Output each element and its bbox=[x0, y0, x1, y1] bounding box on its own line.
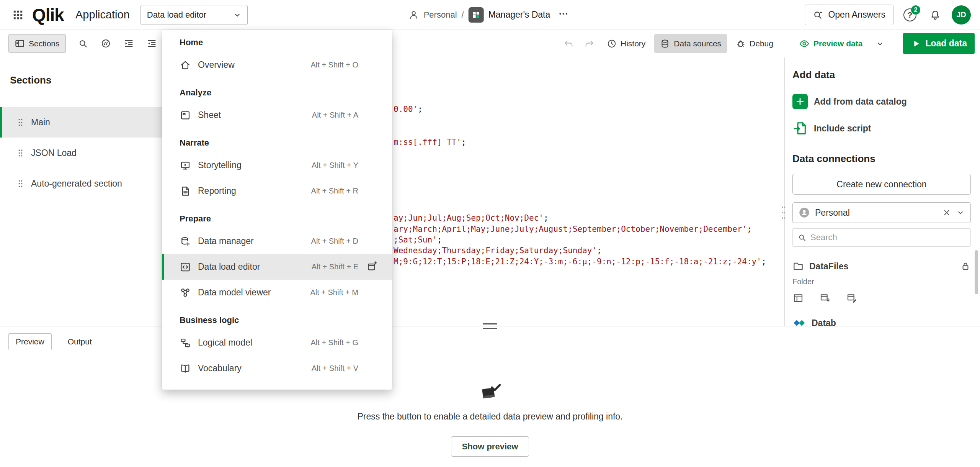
sections-panel-title: Sections bbox=[10, 74, 164, 86]
clear-icon[interactable] bbox=[942, 208, 951, 217]
code-string: Wednesday;Thursday;Friday;Saturday;Sunda… bbox=[394, 246, 597, 255]
sections-panel-toggle[interactable]: Sections bbox=[8, 34, 66, 53]
menu-item-data-model-viewer[interactable]: Data model viewer Alt + Shift + M bbox=[162, 280, 392, 305]
include-script-button[interactable]: Include script bbox=[792, 121, 971, 136]
open-answers-label: Open Answers bbox=[828, 10, 885, 20]
code-line[interactable]: 0.00'; bbox=[394, 104, 423, 115]
code-punctuation: ; bbox=[461, 138, 466, 147]
connections-scrollbar[interactable] bbox=[975, 250, 978, 294]
breadcrumb-separator: / bbox=[462, 10, 464, 20]
menu-item-data-load-editor[interactable]: Data load editor Alt + Shift + E bbox=[162, 254, 392, 280]
menu-item-label: Data model viewer bbox=[198, 287, 271, 298]
space-filter-dropdown[interactable]: Personal bbox=[792, 202, 971, 223]
select-data-button[interactable] bbox=[792, 292, 804, 305]
open-answers-button[interactable]: Open Answers bbox=[805, 5, 893, 25]
app-launcher-button[interactable] bbox=[9, 6, 27, 24]
code-punctuation: ; bbox=[418, 105, 423, 114]
notifications-button[interactable] bbox=[926, 6, 944, 24]
search-button[interactable] bbox=[74, 35, 92, 52]
menu-group-header: Analyze bbox=[162, 78, 392, 102]
book-check-icon bbox=[478, 382, 502, 403]
menu-item-sheet[interactable]: Sheet Alt + Shift + A bbox=[162, 102, 392, 128]
code-string: 0.00' bbox=[394, 105, 418, 114]
open-in-new-window-button[interactable] bbox=[367, 261, 377, 273]
section-item-label: JSON Load bbox=[31, 148, 77, 158]
menu-item-reporting[interactable]: Reporting Alt + Shift + R bbox=[162, 178, 392, 204]
tab-output[interactable]: Output bbox=[61, 333, 99, 350]
code-punctuation: ; bbox=[437, 235, 442, 244]
add-from-catalog-button[interactable]: Add from data catalog bbox=[792, 94, 971, 109]
load-data-label: Load data bbox=[925, 38, 967, 49]
menu-item-label: Data load editor bbox=[198, 262, 260, 272]
code-line[interactable]: ay;Jun;Jul;Aug;Sep;Oct;Nov;Dec'; bbox=[394, 213, 549, 224]
menu-item-data-manager[interactable]: Data manager Alt + Shift + D bbox=[162, 228, 392, 254]
data-manager-icon bbox=[180, 236, 191, 247]
connection-type-label: Folder bbox=[792, 277, 971, 286]
comment-button[interactable] bbox=[97, 35, 115, 52]
search-input[interactable] bbox=[810, 233, 966, 243]
toolbar-divider bbox=[786, 37, 786, 51]
connection-name: DataFiles bbox=[809, 261, 848, 272]
menu-item-storytelling[interactable]: Storytelling Alt + Shift + Y bbox=[162, 152, 392, 178]
tab-preview[interactable]: Preview bbox=[8, 333, 52, 350]
preview-data-button[interactable]: Preview data bbox=[793, 34, 868, 53]
menu-item-shortcut: Alt + Shift + D bbox=[311, 237, 358, 246]
edit-connection-button[interactable] bbox=[846, 292, 858, 305]
section-item-auto-generated[interactable]: Auto-generated section bbox=[0, 168, 164, 199]
history-button[interactable]: History bbox=[601, 34, 651, 53]
debug-button[interactable]: Debug bbox=[730, 34, 779, 53]
load-data-button[interactable]: Load data bbox=[903, 33, 975, 54]
section-item-json-load[interactable]: JSON Load bbox=[0, 138, 164, 168]
user-avatar[interactable]: JD bbox=[952, 5, 971, 25]
qlik-logo[interactable]: Qlik bbox=[32, 5, 64, 25]
menu-item-logical-model[interactable]: Logical model Alt + Shift + G bbox=[162, 330, 392, 356]
code-punctuation: ; bbox=[597, 246, 602, 255]
database-connector-logo bbox=[792, 319, 806, 326]
code-line[interactable]: Wednesday;Thursday;Friday;Saturday;Sunda… bbox=[394, 245, 602, 256]
right-panel-resize-grip[interactable] bbox=[781, 205, 786, 222]
table-icon bbox=[792, 292, 804, 304]
menu-item-vocabulary[interactable]: Vocabulary Alt + Shift + V bbox=[162, 356, 392, 381]
menu-item-label: Storytelling bbox=[198, 160, 242, 170]
menu-group-analyze: Analyze Sheet Alt + Shift + A bbox=[162, 78, 392, 128]
space-filter-value: Personal bbox=[815, 208, 850, 218]
home-icon bbox=[180, 59, 191, 71]
data-load-editor-icon bbox=[180, 261, 191, 273]
chevron-down-icon bbox=[233, 10, 242, 20]
add-from-catalog-label: Add from data catalog bbox=[814, 97, 907, 107]
indent-icon bbox=[124, 38, 134, 49]
code-line[interactable]: ;Sat;Sun'; bbox=[394, 234, 442, 246]
menu-item-overview[interactable]: Overview Alt + Shift + O bbox=[162, 52, 392, 78]
table-edit-icon bbox=[846, 292, 858, 304]
connection-search bbox=[792, 228, 971, 247]
indent-button[interactable] bbox=[120, 35, 138, 52]
app-name[interactable]: Manager's Data bbox=[488, 10, 550, 20]
menu-group-narrate: Narrate Storytelling Alt + Shift + Y Rep… bbox=[162, 128, 392, 204]
preview-data-menu-button[interactable] bbox=[871, 35, 889, 52]
code-line[interactable]: ary;March;April;May;June;July;August;Sep… bbox=[394, 224, 752, 235]
drag-handle-icon bbox=[18, 118, 23, 127]
preview-empty-message: Press the button to enable a detailed da… bbox=[357, 411, 622, 422]
code-line[interactable]: M;9:G;12:T;15:P;18:E;21:Z;24:Y;-3:m;-6:µ… bbox=[394, 256, 766, 267]
app-options-button[interactable] bbox=[555, 8, 572, 21]
connection-datafiles[interactable]: DataFiles bbox=[792, 257, 971, 276]
space-name[interactable]: Personal bbox=[424, 10, 457, 20]
code-line[interactable]: m:ss[.fff] TT'; bbox=[394, 137, 466, 148]
menu-item-shortcut: Alt + Shift + G bbox=[310, 338, 358, 347]
show-preview-button[interactable]: Show preview bbox=[451, 436, 529, 457]
help-button[interactable]: 2 bbox=[901, 6, 919, 24]
chevron-down-icon[interactable] bbox=[956, 208, 965, 217]
connection-database[interactable]: Datab bbox=[792, 313, 971, 326]
load-connection-button[interactable] bbox=[819, 292, 831, 305]
toolbar-divider bbox=[896, 37, 896, 51]
create-connection-button[interactable]: Create new connection bbox=[792, 174, 971, 195]
redo-button bbox=[580, 35, 598, 52]
code-punctuation: ; bbox=[544, 213, 549, 223]
menu-item-shortcut: Alt + Shift + M bbox=[310, 288, 358, 297]
outdent-button[interactable] bbox=[143, 35, 161, 52]
data-sources-button[interactable]: Data sources bbox=[654, 34, 727, 53]
menu-item-label: Logical model bbox=[198, 338, 252, 348]
view-selector-dropdown[interactable]: Data load editor bbox=[140, 5, 248, 25]
panel-resize-handle[interactable] bbox=[483, 323, 497, 329]
section-item-main[interactable]: Main bbox=[0, 107, 164, 138]
